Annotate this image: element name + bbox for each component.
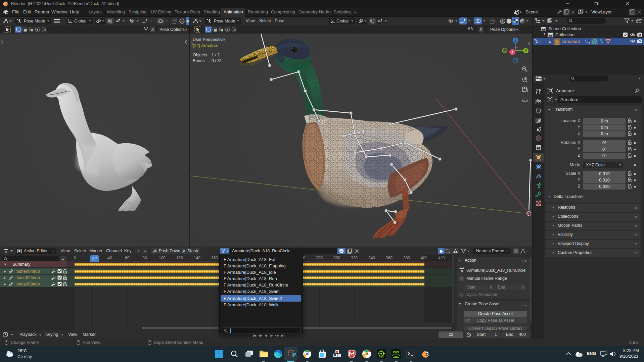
- svg-text:Z: Z: [514, 39, 516, 42]
- svg-text:1 / 2: 1 / 2: [212, 53, 220, 57]
- svg-text:Objects: Objects: [193, 53, 207, 57]
- svg-text:Bones: Bones: [193, 58, 204, 63]
- svg-text:X: X: [511, 50, 513, 54]
- svg-text:0 / 31: 0 / 31: [212, 58, 222, 63]
- svg-text:Y: Y: [525, 49, 527, 53]
- svg-text:User Perspective: User Perspective: [193, 37, 225, 42]
- svg-text:(22) Armature: (22) Armature: [193, 43, 218, 48]
